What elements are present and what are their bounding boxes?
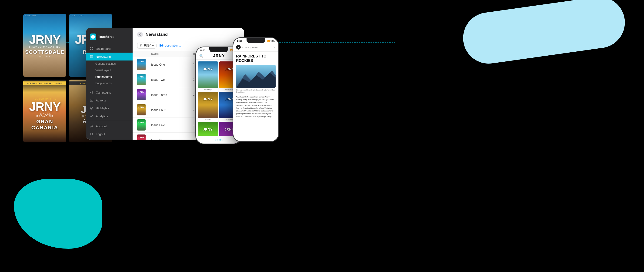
col-header-name: Name xyxy=(151,52,193,56)
phone1-cover8-label: Issue Eight xyxy=(198,89,218,90)
sidebar-item-dashboard[interactable]: Dashboard xyxy=(86,45,132,52)
article-header: ▶ 8 Listening minutes ✕ xyxy=(233,43,278,52)
issue-thumb-6: JRNY xyxy=(137,134,146,140)
phone-cover-item[interactable]: JRNY Issue Eight xyxy=(198,62,218,90)
sidebar-sub-supplements[interactable]: Supplements xyxy=(86,80,132,86)
sidebar-item-highlights[interactable]: Highlights xyxy=(86,104,132,112)
mag1-location: SCOTTSDALE xyxy=(25,49,64,55)
play-button[interactable]: ▶ xyxy=(236,45,241,50)
phone-screen-2: 14:09 📶 60% ▶ 8 Listening minutes ✕ RAIN… xyxy=(233,38,278,141)
sidebar: TouchTree Dashboard Newsstand xyxy=(86,28,132,140)
page-title: Newsstand xyxy=(146,32,168,37)
issue-name-1: Issue One xyxy=(151,63,193,66)
sidebar-logo-leaf xyxy=(90,34,96,40)
article-body: Rainforest to Rockies is an extraordinar… xyxy=(233,94,278,119)
phone1-cover6-title: JRNY xyxy=(203,97,212,101)
phone1-home-label: Home xyxy=(217,139,222,141)
issue-thumb-1: JRNY xyxy=(137,59,146,70)
issue-name-6: Issue Six xyxy=(151,138,193,140)
issue-name-5: Issue Five xyxy=(151,123,193,127)
sidebar-logo-icon xyxy=(90,34,96,40)
phone-notch-1 xyxy=(209,47,228,52)
svg-text:$: $ xyxy=(91,100,92,101)
phone1-home-icon: ⌂ xyxy=(215,139,216,141)
mag1-subtitle: TRAVEL MAGAZINE xyxy=(25,46,64,48)
account-icon xyxy=(90,124,94,128)
article-title: RAINFOREST TO ROCKIES xyxy=(236,54,276,63)
bg-blob-top-right xyxy=(460,0,628,67)
mag3-badge: SPECIAL PHOTOGRAPHY ISSUE xyxy=(23,82,66,85)
sidebar-campaigns-label: Campaigns xyxy=(96,91,111,94)
sidebar-logo-text: TouchTree xyxy=(98,35,114,38)
edit-description-link[interactable]: Edit description... xyxy=(159,44,181,47)
dashboard-icon xyxy=(90,47,94,50)
sidebar-item-newsstand[interactable]: Newsstand xyxy=(86,52,132,60)
sidebar-logout-label: Logout xyxy=(96,132,105,136)
issue-thumb-4: JRNY xyxy=(137,104,146,116)
svg-point-9 xyxy=(91,108,92,109)
mag2-issue-label: ISSUE EIGHT xyxy=(71,15,84,16)
svg-marker-12 xyxy=(140,45,142,46)
phone1-cover4-title: JRNY xyxy=(203,128,212,131)
sidebar-account-label: Account xyxy=(96,124,107,128)
back-button[interactable] xyxy=(137,32,143,37)
svg-rect-4 xyxy=(90,56,93,58)
sidebar-sub-publications[interactable]: Publications xyxy=(86,74,132,80)
magazine-cover-1: ISSUE NINE JRNY TRAVEL MAGAZINE SCOTTSDA… xyxy=(23,14,66,77)
sidebar-sub-visual-layout[interactable]: Visual layout xyxy=(86,67,132,74)
article-listen-label: 8 Listening minutes xyxy=(242,46,258,48)
mag1-title: JRNY xyxy=(25,34,64,46)
filter-label: JRNY xyxy=(144,44,151,47)
logout-icon xyxy=(90,132,94,136)
filter-dropdown[interactable]: JRNY xyxy=(137,42,156,49)
adverts-icon: $ xyxy=(90,98,94,102)
phone1-cover-6: JRNY xyxy=(198,92,218,118)
sidebar-sub-general-settings[interactable]: General settings xyxy=(86,60,132,67)
analytics-icon xyxy=(90,114,94,118)
highlights-icon xyxy=(90,106,94,110)
sidebar-item-adverts[interactable]: $ Adverts xyxy=(86,96,132,104)
svg-point-10 xyxy=(91,125,92,126)
article-img-svg xyxy=(236,65,276,88)
phone-mockup-2: 14:09 📶 60% ▶ 8 Listening minutes ✕ RAIN… xyxy=(232,37,279,142)
main-header: Newsstand xyxy=(132,28,244,40)
sub-supplements-label: Supplements xyxy=(95,82,112,85)
campaigns-icon xyxy=(90,90,94,94)
issue-thumb-2: JRNY xyxy=(137,74,146,85)
sidebar-item-account[interactable]: Account xyxy=(86,122,132,130)
bg-blob-bottom-left xyxy=(14,179,102,249)
sidebar-item-campaigns[interactable]: Campaigns xyxy=(86,88,132,96)
mag3-title: JRNY xyxy=(29,100,60,112)
phone2-signal: 📶 60% xyxy=(267,40,275,42)
mag3-location: GRAN CANARIA xyxy=(29,119,60,131)
filter-icon xyxy=(140,44,142,47)
phone-cover-item[interactable]: JRNY Issue Six xyxy=(198,92,218,120)
sub-publications-label: Publications xyxy=(95,75,112,78)
search-icon[interactable]: 🔍 xyxy=(199,54,203,58)
mag1-location-sub: ARIZONA xyxy=(25,55,64,58)
svg-rect-2 xyxy=(90,49,92,50)
sidebar-dashboard-label: Dashboard xyxy=(96,47,111,50)
issue-name-2: Issue Two xyxy=(151,78,193,82)
newsstand-icon xyxy=(90,55,94,58)
sub-general-settings-label: General settings xyxy=(95,62,116,66)
svg-rect-0 xyxy=(90,47,92,48)
sidebar-item-logout[interactable]: Logout xyxy=(86,130,132,138)
phone-notch-2 xyxy=(246,38,265,43)
close-icon[interactable]: ✕ xyxy=(273,46,276,49)
sidebar-item-analytics[interactable]: Analytics xyxy=(86,112,132,120)
svg-rect-1 xyxy=(92,47,93,48)
article-img-caption: Standup paddleboarding in Squamish with … xyxy=(233,88,278,94)
issue-name-3: Issue Three xyxy=(151,93,193,96)
sidebar-adverts-label: Adverts xyxy=(96,99,106,102)
phone2-time: 14:09 xyxy=(237,40,242,42)
phone1-cover8-title: JRNY xyxy=(203,67,212,71)
sidebar-newsstand-label: Newsstand xyxy=(96,55,111,58)
magazine-cover-3: SPECIAL PHOTOGRAPHY ISSUE FUNDED BY FIRE… xyxy=(23,80,66,142)
phone1-time: 14:35 xyxy=(200,49,205,52)
phone-frame-2: 14:09 📶 60% ▶ 8 Listening minutes ✕ RAIN… xyxy=(232,37,279,142)
phone1-cover-8: JRNY xyxy=(198,62,218,88)
sidebar-logo: TouchTree xyxy=(86,32,132,45)
issue-thumb-5: JRNY xyxy=(137,119,146,130)
article-title-section: RAINFOREST TO ROCKIES xyxy=(233,52,278,65)
